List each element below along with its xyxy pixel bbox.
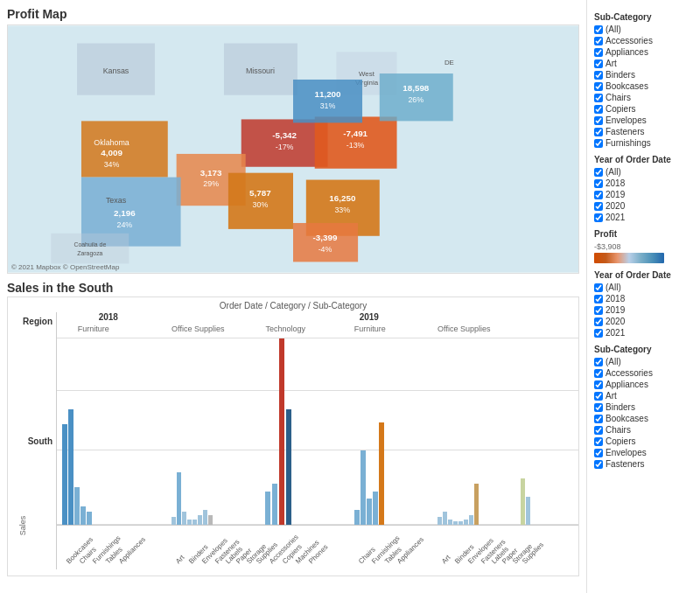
svg-text:5,787: 5,787	[249, 188, 271, 198]
svg-text:Kansas: Kansas	[103, 66, 130, 75]
svg-rect-40	[51, 234, 129, 264]
subcat-title-top: Sub-Category	[594, 12, 693, 22]
cat-office-2018: Office Supplies	[172, 324, 224, 333]
svg-text:2,196: 2,196	[114, 208, 136, 218]
bar-chairs-2018	[68, 409, 74, 525]
svg-text:3,173: 3,173	[200, 168, 222, 178]
svg-text:West: West	[359, 70, 375, 78]
filter-item[interactable]: 2019	[594, 190, 693, 199]
cat-furniture-2018: Furniture	[78, 324, 109, 333]
svg-text:Oklahoma: Oklahoma	[94, 138, 130, 147]
map-copyright: © 2021 Mapbox © OpenStreetMap	[11, 263, 119, 271]
year-title-bottom: Year of Order Date	[594, 270, 693, 280]
filter-item[interactable]: Art	[594, 391, 693, 401]
region-value: South	[28, 436, 52, 446]
svg-text:-3,399: -3,399	[313, 233, 338, 242]
year-2019-label: 2019	[360, 312, 379, 322]
year-title-top: Year of Order Date	[594, 155, 693, 164]
filter-item[interactable]: Chairs	[594, 93, 693, 102]
svg-text:29%: 29%	[203, 179, 219, 188]
filter-item[interactable]: 2021	[594, 213, 693, 222]
cat-tech-2018: Technology	[265, 324, 305, 333]
main-content: Profit Map Kansas Missouri West Virginia…	[0, 0, 586, 593]
sales-south-title: Sales in the South	[7, 281, 579, 295]
profit-legend-title: Profit	[594, 229, 693, 239]
y-axis-label: Sales	[18, 504, 27, 548]
filter-item[interactable]: 2018	[594, 178, 693, 188]
filter-item[interactable]: Copiers	[594, 104, 693, 114]
svg-rect-8	[81, 121, 168, 177]
svg-text:-5,342: -5,342	[272, 130, 297, 140]
profit-min-value: -$3,908	[594, 242, 621, 251]
svg-text:18,598: 18,598	[402, 83, 430, 93]
cat-office-2019: Office Supplies	[438, 324, 490, 333]
svg-text:24%: 24%	[116, 220, 132, 229]
svg-text:-17%: -17%	[276, 143, 294, 151]
profit-gradient-bar	[594, 253, 664, 263]
profit-map-title: Profit Map	[7, 7, 579, 21]
bar-bookcases-2018	[62, 424, 67, 525]
cat-furniture-2019: Furniture	[354, 324, 386, 333]
svg-text:Texas: Texas	[106, 196, 127, 205]
region-header: Region	[23, 317, 52, 326]
svg-text:4,009: 4,009	[101, 148, 122, 157]
filter-item[interactable]: (All)	[594, 24, 693, 34]
svg-text:-4%: -4%	[318, 245, 332, 254]
svg-text:34%: 34%	[104, 160, 120, 169]
svg-rect-37	[293, 223, 358, 262]
chart-header: Order Date / Category / Sub-Category	[8, 301, 578, 310]
svg-text:30%: 30%	[253, 200, 269, 209]
filter-item[interactable]: Binders	[594, 402, 693, 412]
filter-item[interactable]: (All)	[594, 167, 693, 177]
filter-item[interactable]: (All)	[594, 357, 693, 366]
filter-item[interactable]: Fasteners	[594, 127, 693, 136]
svg-text:11,200: 11,200	[314, 89, 341, 99]
profit-legend: -$3,908	[594, 242, 693, 263]
filter-item[interactable]: Copiers	[594, 436, 693, 446]
bar-tables-2018	[80, 506, 86, 525]
subcat-title-bottom: Sub-Category	[594, 345, 693, 354]
filter-item[interactable]: Fasteners	[594, 459, 693, 469]
filter-item[interactable]: Envelopes	[594, 448, 693, 457]
filter-item[interactable]: Bookcases	[594, 414, 693, 423]
bar-furnishings-2018	[74, 487, 80, 525]
subcat-filter-bottom: (All)AccessoriesAppliancesArtBindersBook…	[594, 357, 693, 469]
filter-item[interactable]: 2019	[594, 305, 693, 315]
filter-item[interactable]: Appliances	[594, 47, 693, 57]
svg-text:DE: DE	[444, 59, 454, 66]
filter-item[interactable]: Accessories	[594, 36, 693, 45]
filter-item[interactable]: Envelopes	[594, 115, 693, 125]
filter-item[interactable]: Art	[594, 59, 693, 68]
year-2018-label: 2018	[99, 312, 118, 322]
map-svg: Kansas Missouri West Virginia Oklahoma 4…	[8, 25, 578, 273]
svg-text:-7,491: -7,491	[343, 129, 368, 138]
filter-item[interactable]: Accessories	[594, 368, 693, 378]
year-filter-bottom: (All)2018201920202021	[594, 283, 693, 338]
filter-item[interactable]: Bookcases	[594, 81, 693, 91]
filter-item[interactable]: 2020	[594, 201, 693, 211]
subcat-filter-top: (All)AccessoriesAppliancesArtBindersBook…	[594, 24, 693, 148]
filter-item[interactable]: Binders	[594, 70, 693, 80]
filter-item[interactable]: (All)	[594, 283, 693, 292]
filter-item[interactable]: 2021	[594, 328, 693, 338]
filter-item[interactable]: Furnishings	[594, 138, 693, 148]
filter-item[interactable]: 2020	[594, 317, 693, 326]
svg-text:Missouri: Missouri	[246, 66, 275, 75]
filter-item[interactable]: 2018	[594, 294, 693, 303]
filter-item[interactable]: Chairs	[594, 425, 693, 435]
svg-text:26%: 26%	[408, 95, 424, 104]
svg-text:31%: 31%	[320, 101, 336, 110]
svg-text:16,250: 16,250	[329, 193, 356, 203]
svg-text:-13%: -13%	[346, 141, 365, 150]
sidebar: Sub-Category (All)AccessoriesAppliancesA…	[586, 0, 700, 593]
year-filter-top: (All)2018201920202021	[594, 167, 693, 222]
bar-machines-2018	[279, 338, 284, 525]
chart-section: Order Date / Category / Sub-Category Reg…	[7, 296, 579, 576]
svg-text:Zaragoza: Zaragoza	[77, 250, 102, 257]
bar-appliances-2018	[87, 512, 92, 525]
svg-text:Coahuila de: Coahuila de	[74, 241, 106, 248]
svg-text:33%: 33%	[334, 206, 350, 214]
map-section: Kansas Missouri West Virginia Oklahoma 4…	[7, 24, 579, 274]
filter-item[interactable]: Appliances	[594, 380, 693, 389]
